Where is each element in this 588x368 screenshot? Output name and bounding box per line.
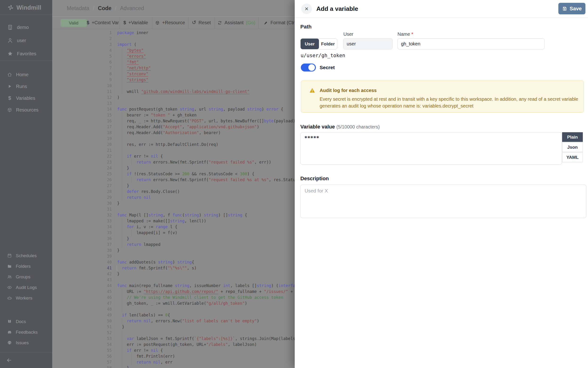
- line-number: 45: [104, 289, 112, 294]
- book-icon: [7, 319, 12, 324]
- sidebar-divider: [0, 60, 52, 61]
- breadcrumb-separator: /: [93, 5, 94, 11]
- sidebar-item-label: Folders: [16, 264, 31, 269]
- sidebar-item-issues[interactable]: Issues: [0, 337, 52, 348]
- toolbar-button--resource[interactable]: +Resource: [155, 17, 185, 29]
- indent-guide: [122, 330, 122, 336]
- close-icon: ✕: [305, 6, 309, 12]
- line-number: 21: [104, 147, 112, 153]
- variable-value-textarea[interactable]: *****: [300, 132, 562, 165]
- line-number: 42: [104, 271, 112, 277]
- toolbar-button-reset[interactable]: ↺Reset: [192, 17, 211, 29]
- line-number: 9: [104, 77, 112, 83]
- breadcrumb: Metadata/Code/Advanced: [67, 0, 144, 17]
- path-section-label: Path: [300, 24, 312, 30]
- toolbar-button--context-var[interactable]: $+Context Var: [87, 17, 119, 29]
- line-number: 10: [104, 83, 112, 89]
- line-number: 4: [104, 47, 112, 53]
- line-number: 31: [104, 206, 112, 212]
- sidebar-item-home[interactable]: Home: [0, 69, 52, 81]
- line-number: 19: [104, 136, 112, 142]
- format-tab-json[interactable]: Json: [562, 142, 583, 152]
- sidebar-item-runs[interactable]: Runs: [0, 81, 52, 92]
- editor-cursor: [117, 265, 117, 271]
- sidebar-item-docs[interactable]: Docs: [0, 316, 52, 327]
- windmill-logo[interactable]: Windmill: [7, 3, 41, 12]
- warning-triangle-icon: [309, 87, 315, 94]
- save-button[interactable]: Save: [558, 3, 585, 14]
- description-textarea[interactable]: [300, 184, 586, 218]
- line-number: 58: [104, 365, 112, 368]
- line-number: 33: [104, 218, 112, 224]
- sidebar-item-label: Runs: [16, 84, 27, 89]
- line-number: 3: [104, 42, 112, 47]
- indent-guide: [122, 147, 122, 153]
- close-button[interactable]: ✕: [301, 4, 312, 14]
- sidebar-footer-section: DocsFeedbacksIssues: [0, 316, 52, 348]
- variable-name-input[interactable]: [398, 38, 544, 49]
- line-number: 1: [104, 30, 112, 36]
- sidebar-item-user[interactable]: user: [0, 34, 52, 47]
- sidebar-item-variables[interactable]: $Variables: [0, 92, 52, 104]
- sidebar-item-folders[interactable]: Folders: [0, 261, 52, 272]
- windmill-app: Windmill demouserFavorites HomeRuns$Vari…: [0, 0, 588, 368]
- line-number: 41: [104, 265, 112, 271]
- line-number: 16: [104, 118, 112, 124]
- arrow-left-icon: [6, 357, 12, 363]
- sidebar-item-audit-logs[interactable]: Audit Logs: [0, 282, 52, 293]
- tab-advanced[interactable]: Advanced: [120, 5, 144, 11]
- line-number: 27: [104, 183, 112, 189]
- indent-guide: [122, 83, 122, 89]
- sidebar-item-label: Favorites: [17, 51, 36, 56]
- tab-code[interactable]: Code: [98, 5, 111, 11]
- path-owner-toggle: UserFolder: [300, 38, 337, 49]
- required-asterisk: *: [411, 32, 413, 37]
- sidebar-item-label: Home: [16, 72, 28, 77]
- sidebar-item-workers[interactable]: Workers: [0, 293, 52, 303]
- format-tab-plain[interactable]: Plain: [562, 132, 583, 142]
- line-number: 23: [104, 159, 112, 165]
- sidebar-divider: [0, 15, 52, 15]
- format-tab-yaml[interactable]: YAML: [562, 152, 583, 162]
- sidebar-nav-section: HomeRuns$VariablesResources: [0, 69, 52, 116]
- user-input[interactable]: [343, 38, 393, 49]
- drawer-title: Add a variable: [316, 0, 358, 18]
- line-number: 18: [104, 130, 112, 136]
- sidebar-collapse-button[interactable]: [6, 357, 12, 363]
- sidebar-item-demo[interactable]: demo: [0, 21, 52, 34]
- users-icon: [7, 274, 12, 279]
- sidebar-item-label: Audit Logs: [16, 285, 37, 290]
- character-counter: (5/10000 characters): [336, 124, 380, 129]
- segment-user[interactable]: User: [301, 39, 319, 49]
- home-icon: [7, 72, 12, 77]
- name-field-label: Name *: [398, 32, 413, 37]
- dollar-icon: $: [7, 96, 12, 101]
- description-heading: Description: [300, 175, 329, 182]
- sidebar-item-label: Resources: [16, 107, 39, 113]
- line-number: 52: [104, 330, 112, 336]
- breadcrumb-separator: /: [115, 5, 117, 11]
- toolbar-separator: [215, 17, 215, 29]
- line-number: 6: [104, 59, 112, 65]
- line-number: 13: [104, 101, 112, 106]
- secret-toggle[interactable]: [301, 64, 316, 72]
- audit-log-warning: Audit log for each access Every secret i…: [301, 81, 584, 113]
- line-number: 30: [104, 201, 112, 206]
- sidebar-item-favorites[interactable]: Favorites: [0, 47, 52, 60]
- line-number: 2: [104, 36, 112, 42]
- segment-folder[interactable]: Folder: [319, 39, 337, 49]
- audit-warning-body: Every secret is encrypted at rest and in…: [320, 96, 579, 110]
- language-badge: (Go): [246, 20, 255, 25]
- line-number: 24: [104, 165, 112, 171]
- toolbar-button-assistant[interactable]: Assistant(Go): [217, 17, 255, 29]
- sidebar-item-schedules[interactable]: Schedules: [0, 250, 52, 261]
- toolbar-button--variable[interactable]: $+Variable: [124, 17, 148, 29]
- tab-metadata[interactable]: Metadata: [67, 5, 89, 11]
- sidebar-item-groups[interactable]: Groups: [0, 272, 52, 282]
- sidebar-item-label: Issues: [16, 340, 29, 345]
- value-format-tabs: PlainJsonYAML: [562, 132, 583, 163]
- sidebar-item-label: Schedules: [16, 253, 37, 258]
- sidebar-item-resources[interactable]: Resources: [0, 104, 52, 116]
- play-icon: [7, 84, 12, 89]
- sidebar-item-feedbacks[interactable]: Feedbacks: [0, 327, 52, 337]
